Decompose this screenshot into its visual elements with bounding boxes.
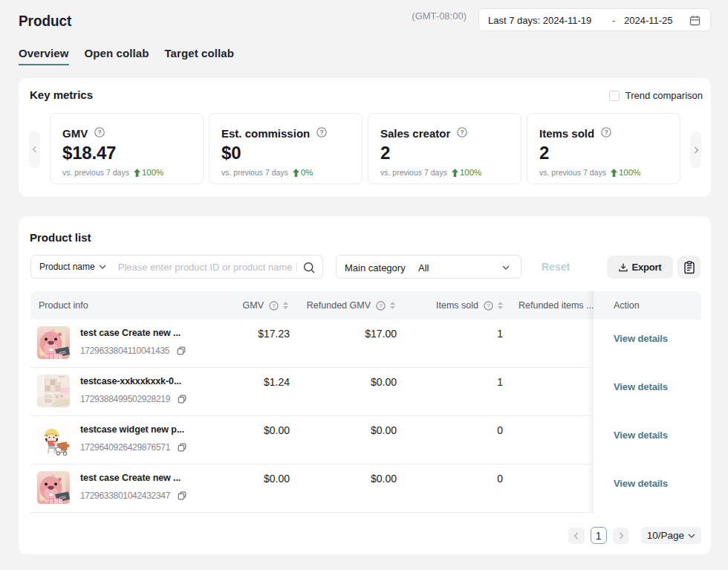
svg-text:수요일람: 수요일람 xyxy=(45,354,63,359)
svg-text:?: ? xyxy=(461,129,464,136)
svg-text:?: ? xyxy=(605,129,608,136)
svg-text:?: ? xyxy=(272,302,276,309)
svg-text:?: ? xyxy=(320,129,324,136)
svg-text:?: ? xyxy=(98,129,102,136)
svg-text:?: ? xyxy=(487,302,490,309)
svg-text:수요일람: 수요일람 xyxy=(45,499,63,504)
svg-text:?: ? xyxy=(379,302,383,309)
